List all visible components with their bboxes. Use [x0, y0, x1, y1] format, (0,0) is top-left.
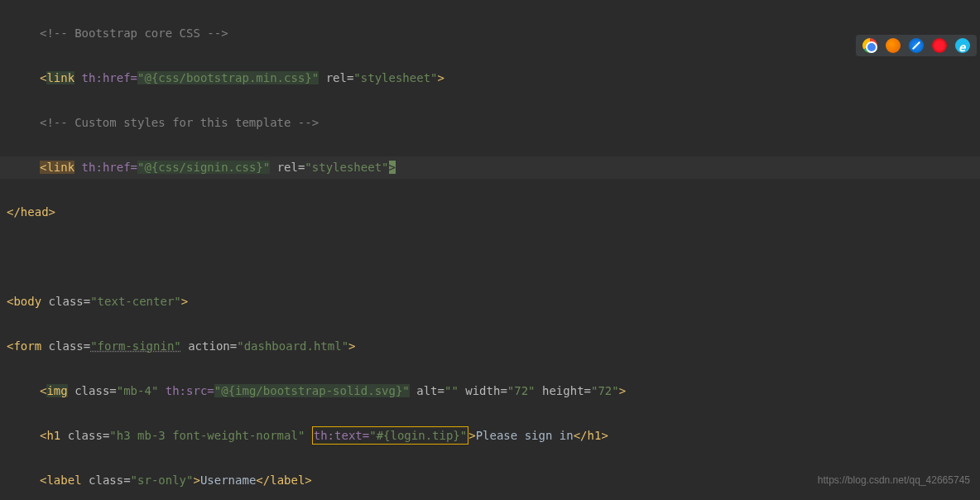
chrome-icon[interactable] [862, 38, 877, 53]
code-line: <body class="text-center"> [0, 291, 980, 313]
watermark-text: https://blog.csdn.net/qq_42665745 [818, 469, 970, 492]
code-line: <img class="mb-4" th:src="@{img/bootstra… [0, 380, 980, 402]
code-line: <form class="form-signin" action="dashbo… [0, 335, 980, 358]
code-line: </head> [0, 201, 980, 224]
code-line-empty [0, 246, 980, 268]
code-line: <!-- Bootstrap core CSS --> [0, 22, 980, 45]
code-editor[interactable]: <!-- Bootstrap core CSS --> <link th:hre… [0, 0, 980, 500]
browser-preview-icons[interactable] [856, 35, 977, 56]
firefox-icon[interactable] [886, 38, 901, 53]
code-line: <h1 class="h3 mb-3 font-weight-normal" t… [0, 425, 980, 447]
safari-icon[interactable] [909, 38, 924, 53]
code-line-active: <link th:href="@{css/signin.css}" rel="s… [0, 156, 980, 179]
code-line: <link th:href="@{css/bootstrap.min.css}"… [0, 67, 980, 89]
opera-icon[interactable] [932, 38, 947, 53]
ie-icon[interactable] [955, 38, 970, 53]
code-line: <!-- Custom styles for this template --> [0, 112, 980, 134]
